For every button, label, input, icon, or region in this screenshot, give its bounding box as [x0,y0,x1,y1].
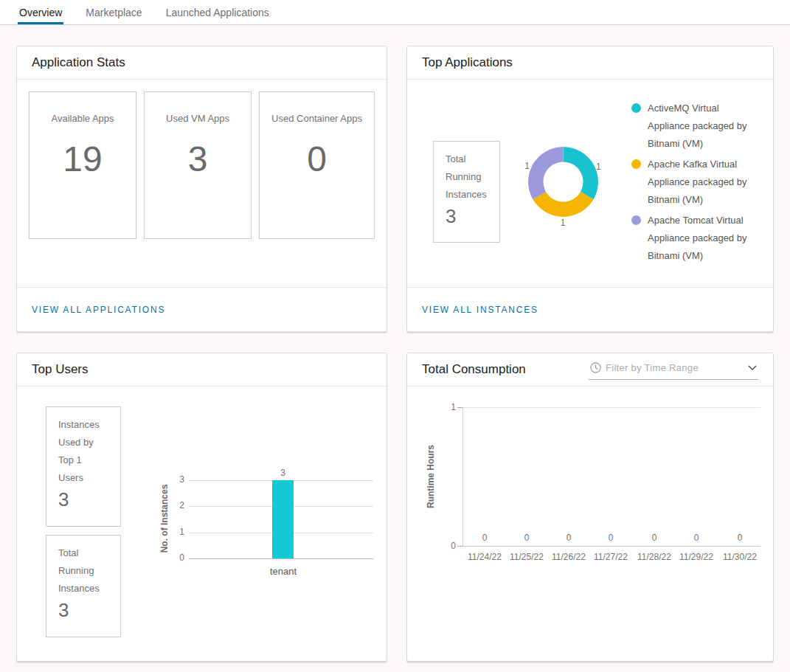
consumption-value-4: 0 [640,533,669,543]
legend-label-kafka: Apache Kafka Virtual Appliance packaged … [648,156,760,209]
bar-ytick-1: 1 [164,527,184,537]
consumption-xtick-6: 11/30/22 [718,552,762,562]
instances-top-users-value: 3 [58,488,116,510]
card-total-consumption: Total Consumption Filter by Time Range R… [406,353,774,662]
consumption-y-axis-label: Runtime Hours [426,445,436,508]
donut-value-activemq: 1 [596,162,601,172]
donut-slice-activemq[interactable] [564,147,598,199]
stat-used-container-apps-label: Used Container Apps [260,113,374,124]
bar-tenant[interactable] [272,480,294,558]
consumption-ytick-dash-1 [457,407,462,408]
consumption-xtick-4: 11/28/22 [632,552,676,562]
tab-bar: Overview Marketplace Launched Applicatio… [0,0,790,25]
instances-top-users-box: Instances Used by Top 1 Users 3 [46,406,121,527]
consumption-top-gridline [463,407,760,408]
card-top-applications: Top Applications Total Running Instances… [406,46,774,332]
top-users-total-running-value: 3 [58,599,116,621]
total-running-instances-label-line: Instances [446,186,495,204]
total-running-instances-box: Total Running Instances 3 [433,141,500,243]
stat-used-vm-apps-value: 3 [145,139,251,179]
consumption-value-3: 0 [596,533,626,543]
application-stats-title: Application Stats [17,46,387,80]
top-users-total-running-label-line: Instances [58,580,116,597]
stat-used-container-apps-value: 0 [260,139,374,179]
instances-top-users-label-line: Used by [58,434,116,451]
top-users-total-running-label-line: Total [58,544,116,562]
consumption-ytick-0: 0 [443,541,456,551]
donut-slice-tomcat[interactable] [528,147,563,199]
top-applications-donut-chart [528,147,598,217]
consumption-value-5: 0 [682,533,711,543]
donut-slice-kafka[interactable] [533,192,593,217]
legend-dot-activemq [631,103,641,113]
clock-icon [590,362,601,373]
bar-ytick-2: 2 [164,500,184,510]
view-all-applications-link[interactable]: VIEW ALL APPLICATIONS [32,305,165,315]
tab-overview[interactable]: Overview [18,0,63,24]
view-all-instances-link[interactable]: VIEW ALL INSTANCES [422,305,538,315]
total-running-instances-label-line: Total [446,150,495,168]
stat-used-vm-apps: Used VM Apps 3 [144,91,252,239]
top-users-total-running-box: Total Running Instances 3 [46,535,121,637]
card-application-stats: Application Stats Available Apps 19 Used… [16,46,387,332]
chevron-down-icon [748,365,757,370]
top-applications-footer: VIEW ALL INSTANCES [407,287,773,331]
consumption-x-axis-line [462,546,760,547]
consumption-ytick-dash-0 [457,546,462,547]
bar-ytick-3: 3 [164,474,184,485]
application-stats-row: Available Apps 19 Used VM Apps 3 Used Co… [17,80,387,251]
consumption-y-axis-line [462,407,463,547]
legend-item-kafka: Apache Kafka Virtual Appliance packaged … [631,156,764,209]
consumption-value-0: 0 [470,533,499,543]
card-top-users: Top Users Instances Used by Top 1 Users … [16,353,387,662]
consumption-value-6: 0 [725,533,755,543]
dashboard-grid: Application Stats Available Apps 19 Used… [0,25,790,662]
instances-top-users-label-line: Instances [58,416,116,434]
stat-available-apps-value: 19 [30,139,136,179]
instances-top-users-label-line: Top 1 [58,451,116,469]
consumption-xtick-2: 11/26/22 [547,552,591,562]
total-running-instances-value: 3 [446,205,495,227]
stat-available-apps-label: Available Apps [30,113,136,124]
consumption-xtick-0: 11/24/22 [462,552,507,562]
tab-overview-label: Overview [19,7,62,18]
bar-x-axis-line [189,558,373,559]
donut-value-tomcat: 1 [521,161,530,171]
total-consumption-header: Total Consumption Filter by Time Range [407,353,773,387]
consumption-xtick-5: 11/29/22 [674,552,718,562]
stat-available-apps: Available Apps 19 [29,91,136,239]
donut-value-kafka: 1 [557,218,569,228]
tab-marketplace-label: Marketplace [86,7,142,18]
legend-dot-tomcat [631,215,641,225]
bar-ytick-0: 0 [164,553,184,563]
application-stats-footer: VIEW ALL APPLICATIONS [17,287,387,331]
consumption-ytick-1: 1 [443,402,456,412]
legend-label-tomcat: Apache Tomcat Virtual Appliance packaged… [648,212,760,265]
top-users-total-running-label-line: Running [58,562,116,580]
consumption-value-2: 0 [554,533,583,543]
bar-xtick-tenant: tenant [246,566,320,577]
top-applications-legend: ActiveMQ Virtual Appliance packaged by B… [631,100,764,268]
legend-dot-kafka [631,159,641,169]
tab-marketplace[interactable]: Marketplace [84,0,143,24]
stat-used-vm-apps-label: Used VM Apps [145,113,251,124]
stat-used-container-apps: Used Container Apps 0 [259,91,375,239]
time-range-filter-placeholder: Filter by Time Range [606,362,699,373]
tab-launched-applications[interactable]: Launched Applications [164,0,271,24]
bar-value-label: 3 [266,468,299,478]
consumption-xtick-1: 11/25/22 [505,552,549,562]
consumption-value-1: 0 [512,533,541,543]
top-applications-title: Top Applications [407,46,773,80]
tab-launched-applications-label: Launched Applications [166,7,269,18]
consumption-xtick-3: 11/27/22 [589,552,633,562]
legend-item-tomcat: Apache Tomcat Virtual Appliance packaged… [631,212,764,265]
time-range-filter-select[interactable]: Filter by Time Range [589,360,758,380]
bar-chart-y-axis-label: No. of Instances [159,485,170,553]
instances-top-users-label-line: Users [58,469,116,487]
total-consumption-title: Total Consumption [422,362,526,377]
legend-label-activemq: ActiveMQ Virtual Appliance packaged by B… [648,100,760,153]
legend-item-activemq: ActiveMQ Virtual Appliance packaged by B… [631,100,764,153]
top-users-title: Top Users [17,353,387,387]
total-running-instances-label-line: Running [446,168,495,186]
